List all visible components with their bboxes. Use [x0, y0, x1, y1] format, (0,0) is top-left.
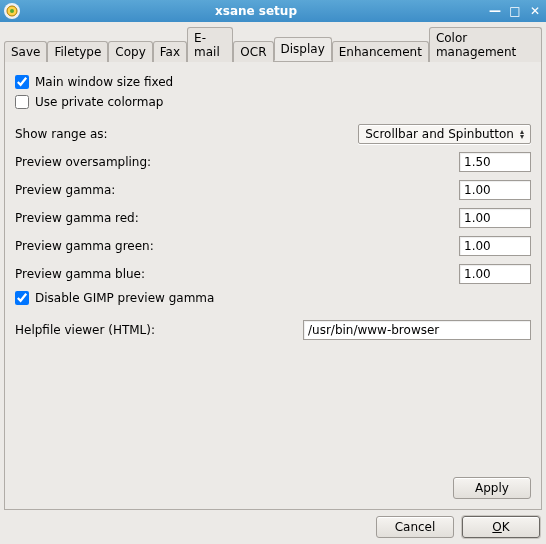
- tab-strip: Save Filetype Copy Fax E-mail OCR Displa…: [4, 26, 542, 62]
- chevron-updown-icon: ▴▾: [520, 129, 524, 139]
- input-gamma[interactable]: [459, 180, 531, 200]
- tab-email[interactable]: E-mail: [187, 27, 233, 62]
- tab-filetype[interactable]: Filetype: [47, 41, 108, 62]
- label-helpfile-viewer: Helpfile viewer (HTML):: [15, 323, 295, 337]
- minimize-button[interactable]: —: [488, 4, 502, 18]
- tab-copy[interactable]: Copy: [108, 41, 152, 62]
- row-oversampling: Preview oversampling:: [15, 148, 531, 176]
- row-show-range: Show range as: Scrollbar and Spinbutton …: [15, 120, 531, 148]
- input-helpfile-viewer[interactable]: [303, 320, 531, 340]
- label-gamma-red: Preview gamma red:: [15, 211, 451, 225]
- row-gamma-blue: Preview gamma blue:: [15, 260, 531, 288]
- close-button[interactable]: ✕: [528, 4, 542, 18]
- row-helpfile-viewer: Helpfile viewer (HTML):: [15, 316, 531, 344]
- checkbox-main-window-fixed[interactable]: [15, 75, 29, 89]
- row-gamma-red: Preview gamma red:: [15, 204, 531, 232]
- row-private-colormap: Use private colormap: [15, 92, 531, 112]
- window-title: xsane setup: [24, 4, 488, 18]
- input-gamma-red[interactable]: [459, 208, 531, 228]
- label-gamma-blue: Preview gamma blue:: [15, 267, 451, 281]
- apply-row: Apply: [15, 473, 531, 499]
- tab-ocr[interactable]: OCR: [233, 41, 273, 62]
- checkbox-disable-gimp-gamma[interactable]: [15, 291, 29, 305]
- window: xsane setup — □ ✕ Save Filetype Copy Fax…: [0, 0, 546, 544]
- row-gamma: Preview gamma:: [15, 176, 531, 204]
- label-oversampling: Preview oversampling:: [15, 155, 451, 169]
- svg-point-1: [10, 9, 14, 13]
- cancel-button[interactable]: Cancel: [376, 516, 454, 538]
- tab-page-display: Main window size fixed Use private color…: [4, 61, 542, 510]
- dropdown-show-range-value: Scrollbar and Spinbutton: [365, 127, 514, 141]
- input-gamma-green[interactable]: [459, 236, 531, 256]
- input-oversampling[interactable]: [459, 152, 531, 172]
- titlebar: xsane setup — □ ✕: [0, 0, 546, 22]
- client-area: Save Filetype Copy Fax E-mail OCR Displa…: [0, 22, 546, 544]
- row-main-window-fixed: Main window size fixed: [15, 72, 531, 92]
- label-disable-gimp-gamma: Disable GIMP preview gamma: [35, 291, 214, 305]
- row-gamma-green: Preview gamma green:: [15, 232, 531, 260]
- label-gamma-green: Preview gamma green:: [15, 239, 451, 253]
- tab-save[interactable]: Save: [4, 41, 47, 62]
- tab-fax[interactable]: Fax: [153, 41, 187, 62]
- row-disable-gimp-gamma: Disable GIMP preview gamma: [15, 288, 531, 308]
- ok-button[interactable]: OK: [462, 516, 540, 538]
- dropdown-show-range[interactable]: Scrollbar and Spinbutton ▴▾: [358, 124, 531, 144]
- input-gamma-blue[interactable]: [459, 264, 531, 284]
- dialog-buttons: Cancel OK: [4, 510, 542, 540]
- tab-display[interactable]: Display: [274, 37, 332, 61]
- checkbox-private-colormap[interactable]: [15, 95, 29, 109]
- app-icon: [4, 3, 20, 19]
- label-show-range: Show range as:: [15, 127, 350, 141]
- apply-button[interactable]: Apply: [453, 477, 531, 499]
- window-controls: — □ ✕: [488, 4, 542, 18]
- tab-enhancement[interactable]: Enhancement: [332, 41, 429, 62]
- label-main-window-fixed: Main window size fixed: [35, 75, 173, 89]
- label-private-colormap: Use private colormap: [35, 95, 163, 109]
- tab-color-management[interactable]: Color management: [429, 27, 542, 62]
- maximize-button[interactable]: □: [508, 4, 522, 18]
- label-gamma: Preview gamma:: [15, 183, 451, 197]
